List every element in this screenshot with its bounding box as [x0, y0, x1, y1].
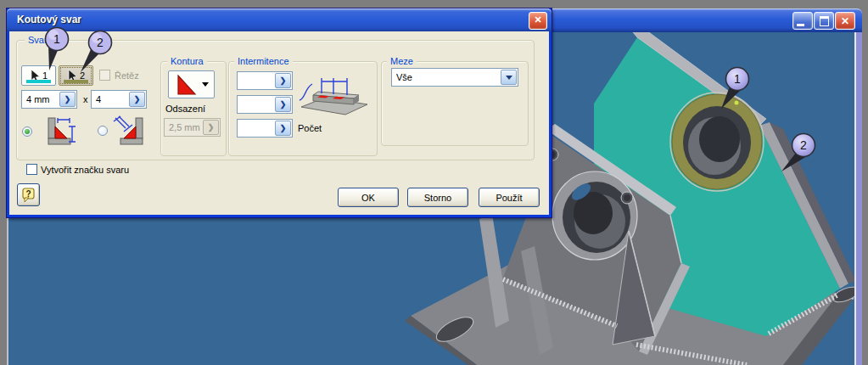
- chevron-right-icon: ❯: [134, 95, 141, 104]
- viewport-right-border: [854, 31, 856, 365]
- weld-contour-icon: [175, 74, 197, 96]
- restore-icon: [820, 16, 829, 26]
- weld-type-leg-icon: [43, 115, 76, 146]
- intermittency-count-flyout-button[interactable]: ❯: [275, 121, 291, 136]
- ok-button[interactable]: OK: [338, 188, 399, 207]
- chevron-right-icon: ❯: [64, 95, 71, 104]
- group-intermitence-label: Intermitence: [234, 56, 293, 66]
- intermittency-count-input[interactable]: [238, 123, 274, 133]
- chevron-right-icon: ❯: [280, 124, 287, 132]
- chain-checkbox-label: Řetěz: [115, 70, 139, 81]
- offset-flyout-button[interactable]: ❯: [203, 120, 219, 135]
- size-times-label: x: [83, 94, 88, 104]
- dialog-balloon-1-label: 1: [53, 32, 60, 46]
- contour-dropdown-button[interactable]: [168, 70, 215, 98]
- intermittency-count-combo[interactable]: ❯: [237, 119, 293, 138]
- weld-size2-flyout-button[interactable]: ❯: [129, 92, 145, 107]
- chevron-down-icon: [202, 82, 209, 87]
- weld-side1-color-bar: [26, 80, 51, 83]
- svg-text:?: ?: [25, 189, 31, 199]
- group-meze-label: Meze: [387, 56, 417, 66]
- weld-size1-input[interactable]: [22, 94, 59, 104]
- intermittency-pitch-combo[interactable]: ❯: [237, 95, 293, 114]
- weld-size1-flyout-button[interactable]: ❯: [59, 92, 76, 107]
- minimize-button[interactable]: [792, 12, 813, 30]
- cancel-button[interactable]: Storno: [407, 188, 468, 207]
- intermittent-weld-icon: [294, 73, 371, 115]
- dialog-balloon-1: 1: [38, 22, 77, 73]
- intermittency-length-combo[interactable]: ❯: [237, 71, 293, 90]
- dialog-balloon-2-label: 2: [97, 36, 104, 49]
- intermittency-length-input[interactable]: [238, 76, 274, 86]
- chevron-right-icon: ❯: [280, 76, 287, 85]
- offset-label: Odsazení: [165, 104, 205, 114]
- window-left-frame: [7, 217, 8, 365]
- window-close-button[interactable]: ✕: [835, 12, 855, 30]
- radio-selected-dot: [25, 129, 30, 134]
- offset-input[interactable]: [165, 122, 202, 132]
- weld-size1-combo[interactable]: ❯: [21, 90, 77, 109]
- intermittency-pitch-input[interactable]: [238, 99, 274, 110]
- group-kontura-label: Kontura: [167, 56, 207, 66]
- weld-measure-leg-radio[interactable]: [22, 126, 32, 137]
- close-icon: ✕: [841, 16, 849, 26]
- create-weld-symbol-checkbox[interactable]: [26, 164, 37, 175]
- dialog-close-button[interactable]: ✕: [529, 12, 547, 30]
- intermittency-pitch-flyout-button[interactable]: ❯: [275, 97, 291, 112]
- help-icon: ?: [21, 188, 36, 203]
- intermittency-length-flyout-button[interactable]: ❯: [275, 73, 291, 88]
- weld-type-throat-icon: [110, 115, 148, 146]
- window-right-frame: [856, 31, 862, 365]
- minimize-icon: [797, 24, 804, 26]
- work-point-marker: [735, 101, 739, 105]
- chevron-right-icon: ❯: [208, 123, 215, 132]
- weld-measure-throat-radio[interactable]: [98, 126, 108, 136]
- dialog-balloon-2: 2: [78, 25, 117, 76]
- apply-button[interactable]: Použít: [479, 188, 540, 207]
- close-icon: ✕: [534, 14, 541, 25]
- restore-button[interactable]: [814, 12, 834, 30]
- help-button[interactable]: ?: [17, 183, 40, 206]
- chevron-right-icon: ❯: [280, 100, 287, 109]
- extents-dropdown[interactable]: [391, 68, 518, 87]
- scene-balloon-2-label: 2: [800, 138, 807, 152]
- chevron-down-icon: [506, 76, 512, 80]
- extents-dropdown-button[interactable]: [501, 70, 517, 85]
- screen: 1 2 ✕ Koutový svar ✕: [0, 0, 868, 365]
- scene-balloon-1-label: 1: [734, 72, 741, 86]
- offset-combo[interactable]: ❯: [164, 118, 221, 137]
- weld-side2-color-bar: [64, 80, 88, 83]
- create-weld-symbol-label: Vytvořit značku svaru: [41, 165, 129, 175]
- weld-size2-input[interactable]: [92, 94, 128, 104]
- weld-size2-combo[interactable]: ❯: [91, 90, 147, 109]
- extents-value-input[interactable]: [392, 72, 500, 82]
- count-label: Počet: [298, 123, 322, 133]
